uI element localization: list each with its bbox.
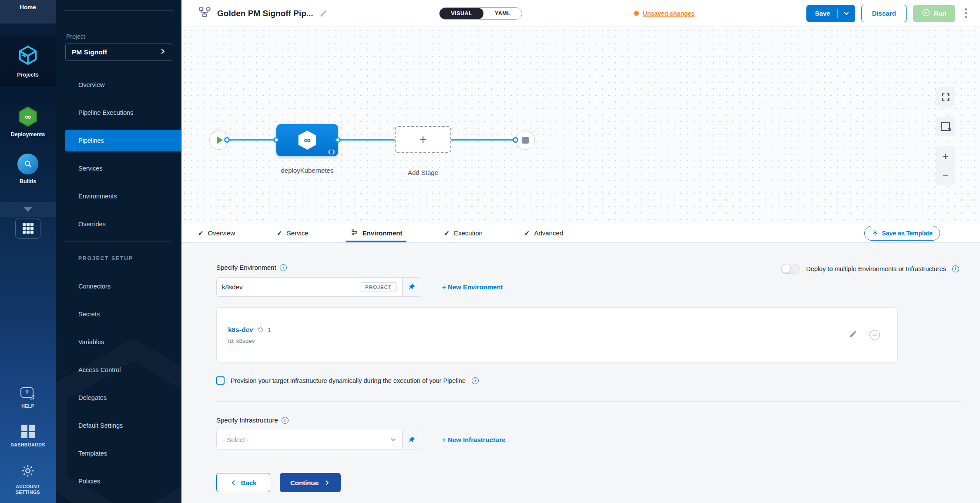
continue-button[interactable]: Continue <box>280 473 341 492</box>
new-environment-link[interactable]: + New Environment <box>442 283 503 291</box>
sidebar-item-access-control[interactable]: Access Control <box>56 359 181 381</box>
pin-icon <box>408 436 416 444</box>
chevron-right-icon <box>160 48 166 56</box>
environment-card: k8s-dev 1 Id: k8sdev <box>216 307 898 362</box>
back-button[interactable]: Back <box>216 473 270 492</box>
save-as-template-button[interactable]: Save as Template <box>864 226 940 241</box>
provision-checkbox[interactable] <box>216 376 225 385</box>
sidebar-item-default-settings[interactable]: Default Settings <box>56 415 181 436</box>
sidebar-item-templates[interactable]: Templates <box>56 443 181 464</box>
module-grid-icon <box>23 223 34 234</box>
run-button[interactable]: Run <box>913 5 955 22</box>
pipeline-header: Golden PM Signoff Pip... VISUAL YAML Uns… <box>181 0 980 27</box>
tab-execution[interactable]: ✓ Execution <box>442 224 484 242</box>
zoom-out-button[interactable]: − <box>936 166 955 185</box>
infrastructure-select[interactable]: - Select - <box>217 430 389 449</box>
sidebar-item-variables[interactable]: Variables <box>56 331 181 353</box>
select-chevron-icon[interactable] <box>389 430 402 449</box>
upload-icon <box>872 230 879 237</box>
provision-row: Provision your target infrastructure dyn… <box>216 376 980 385</box>
environment-name-link[interactable]: k8s-dev <box>228 326 253 334</box>
zoom-in-button[interactable]: + <box>936 146 955 166</box>
pipeline-graph-icon <box>198 6 211 21</box>
nav-home[interactable]: Home <box>0 0 56 23</box>
stage-node-deploykubernetes[interactable]: ∞ ❮❯ <box>276 124 338 156</box>
rail-collapse-band[interactable] <box>0 202 56 217</box>
info-icon[interactable] <box>280 264 287 271</box>
info-icon[interactable] <box>472 377 479 384</box>
chevron-down-icon <box>23 207 33 212</box>
pipeline-end-node[interactable] <box>516 131 535 150</box>
chevron-left-icon <box>230 480 237 486</box>
check-icon: ✓ <box>277 229 282 237</box>
end-node-port[interactable] <box>513 137 518 143</box>
toggle-visual[interactable]: VISUAL <box>440 8 483 19</box>
new-infrastructure-link[interactable]: + New Infrastructure <box>442 436 505 443</box>
pipeline-title: Golden PM Signoff Pip... <box>217 9 313 18</box>
header-actions: Save Discard Run <box>806 5 970 22</box>
nav-projects[interactable]: Projects <box>0 35 56 86</box>
remove-environment-icon[interactable] <box>869 330 880 340</box>
sidebar-item-policies[interactable]: Policies <box>56 470 181 492</box>
check-icon: ✓ <box>444 229 450 237</box>
tab-service[interactable]: ✓ Service <box>275 224 310 242</box>
sidebar-item-services[interactable]: Services <box>56 158 181 179</box>
tab-advanced[interactable]: ✓ Advanced <box>523 224 565 242</box>
chevron-right-icon <box>324 480 330 486</box>
stage-right-port[interactable] <box>335 137 341 143</box>
builds-circle-icon <box>17 154 38 174</box>
app-root: Home Projects ∞ Deployments Builds <box>0 0 980 503</box>
sidebar-item-connectors[interactable]: Connectors <box>56 275 181 297</box>
nav-help[interactable]: ? HELP <box>0 379 56 417</box>
nav-account-settings[interactable]: ACCOUNT SETTINGS <box>0 456 56 497</box>
pin-icon <box>408 283 416 291</box>
add-stage-button[interactable]: + <box>395 126 451 153</box>
start-node-port[interactable] <box>224 137 230 143</box>
specify-environment-label: Specify Environment <box>216 264 276 271</box>
fullscreen-button[interactable] <box>936 87 955 107</box>
sidebar-item-delegates[interactable]: Delegates <box>56 387 181 409</box>
sidebar-nav: Overview Pipeline Executions Pipelines S… <box>56 74 181 498</box>
environment-pin-button[interactable] <box>402 278 421 296</box>
more-options-kebab-icon[interactable] <box>962 7 970 20</box>
save-button[interactable]: Save <box>806 5 855 22</box>
specify-infrastructure-label: Specify Infrastructure <box>216 416 278 424</box>
sidebar-item-secrets[interactable]: Secrets <box>56 303 181 325</box>
project-selector[interactable]: PM Signoff <box>65 44 172 61</box>
module-rail: Home Projects ∞ Deployments Builds <box>0 0 56 503</box>
stage-left-port[interactable] <box>273 137 279 143</box>
projects-cube-icon <box>17 44 39 68</box>
gear-icon <box>20 463 35 480</box>
nav-dashboards[interactable]: DASHBOARDS <box>0 417 56 456</box>
tag-icon <box>257 326 264 333</box>
save-menu-chevron-icon[interactable] <box>843 10 855 17</box>
toggle-yaml[interactable]: YAML <box>483 8 522 19</box>
unsaved-changes[interactable]: Unsaved changes <box>634 10 695 17</box>
nav-builds[interactable]: Builds <box>0 146 56 193</box>
cd-stage-hexagon-icon: ∞ <box>298 131 317 150</box>
nav-deployments[interactable]: ∞ Deployments <box>0 98 56 146</box>
environment-cluster-icon <box>350 228 358 238</box>
edit-environment-icon[interactable] <box>849 330 857 340</box>
pipeline-canvas[interactable]: ∞ ❮❯ + deployKubernetes Add Stage <box>181 27 980 224</box>
module-selector-button[interactable] <box>15 218 40 239</box>
sidebar-item-pipelines[interactable]: Pipelines <box>65 130 181 151</box>
multi-env-toggle[interactable] <box>781 264 800 274</box>
environment-id: Id: k8sdev <box>228 338 271 344</box>
discard-button[interactable]: Discard <box>861 5 907 22</box>
edit-title-icon[interactable] <box>319 9 328 17</box>
tab-overview[interactable]: ✓ Overview <box>196 224 237 242</box>
marquee-select-button[interactable] <box>936 117 955 136</box>
marquee-icon <box>941 122 950 131</box>
sidebar-item-overrides[interactable]: Overrides <box>56 213 181 235</box>
main-panel: Golden PM Signoff Pip... VISUAL YAML Uns… <box>181 0 980 503</box>
infrastructure-pin-button[interactable] <box>402 430 421 449</box>
flow-connector-line <box>227 139 527 141</box>
info-icon[interactable] <box>282 417 289 424</box>
info-icon[interactable] <box>952 265 959 272</box>
tab-environment[interactable]: Environment <box>349 224 404 242</box>
environment-input[interactable] <box>222 283 356 291</box>
sidebar-item-pipeline-executions[interactable]: Pipeline Executions <box>56 102 181 124</box>
sidebar-item-environments[interactable]: Environments <box>56 185 181 207</box>
sidebar-item-overview[interactable]: Overview <box>56 74 181 96</box>
